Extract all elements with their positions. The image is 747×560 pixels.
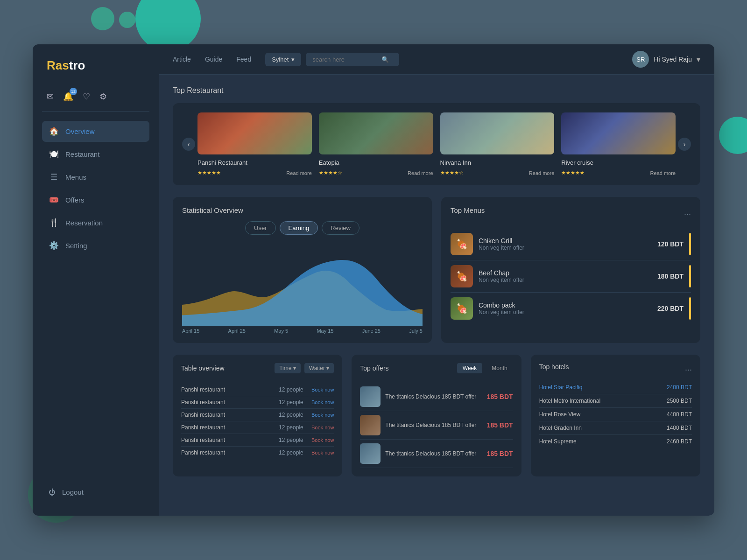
search-icon[interactable]: 🔍 <box>381 56 389 63</box>
sidebar-label-overview: Overview <box>65 127 95 135</box>
table-action-3[interactable]: Book now <box>311 425 334 430</box>
restaurant-card-0: Panshi Restaurant ★★★★★ Read more <box>197 112 312 176</box>
offer-price-0: 185 BDT <box>487 393 513 400</box>
sidebar-item-restaurant[interactable]: 🍽️ Restaurant <box>42 144 149 165</box>
search-area: Sylhet ▾ 🔍 <box>265 53 632 66</box>
app-container: Rastro ✉ 🔔 12 ♡ ⚙ 🏠 Overview🍽️ Restauran… <box>33 44 714 516</box>
offer-img-0 <box>360 386 381 407</box>
notification-badge: 12 <box>70 88 77 95</box>
settings-icon[interactable]: ⚙ <box>99 91 107 102</box>
sidebar-item-reservation[interactable]: 🍴 Reservation <box>42 212 149 233</box>
offer-price-2: 185 BDT <box>487 450 513 457</box>
waiter-filter[interactable]: Waiter ▾ <box>304 363 334 373</box>
logo-white: tro <box>69 58 85 72</box>
sidebar-item-menus[interactable]: ☰ Menus <box>42 167 149 188</box>
table-action-4[interactable]: Book now <box>311 437 334 443</box>
table-people-5: 12 people <box>279 449 311 456</box>
hotel-price-4: 2460 BDT <box>667 438 692 445</box>
chart-area-blue <box>182 260 423 326</box>
table-people-4: 12 people <box>279 437 311 443</box>
top-hotels-title: Top hotels <box>539 363 569 371</box>
logout-button[interactable]: ⏻ Logout <box>42 483 149 502</box>
mail-icon[interactable]: ✉ <box>47 91 54 102</box>
overview-icon: 🏠 <box>49 126 59 136</box>
table-action-0[interactable]: Book now <box>311 387 334 392</box>
offer-price-1: 185 BDT <box>487 421 513 429</box>
notification-icon[interactable]: 🔔 12 <box>63 91 73 102</box>
more-menus-icon[interactable]: ··· <box>684 209 691 219</box>
offer-item-2: The titanics Delacious 185 BDT offer 185… <box>360 440 513 468</box>
offer-text-1: The titanics Delacious 185 BDT offer <box>385 422 482 428</box>
chart-container <box>182 242 423 326</box>
hotel-price-0: 2400 BDT <box>667 384 692 391</box>
menu-price-2: 220 BDT <box>657 305 684 312</box>
chart-svg <box>182 242 423 326</box>
bg-decoration-2 <box>91 7 114 30</box>
card-footer-0: ★★★★★ Read more <box>197 170 312 176</box>
search-input[interactable] <box>312 56 378 63</box>
sidebar-item-setting[interactable]: ⚙️ Setting <box>42 235 149 256</box>
nav-guide[interactable]: Guide <box>205 53 222 65</box>
hotel-name-1: Hotel Metro International <box>539 398 600 404</box>
read-more-btn-2[interactable]: Read more <box>529 170 554 176</box>
logout-icon: ⏻ <box>49 488 56 496</box>
card-name-0: Panshi Restaurant <box>197 159 312 166</box>
carousel-next-button[interactable]: › <box>678 138 691 151</box>
nav-article[interactable]: Article <box>173 53 191 65</box>
restaurant-card-1: Eatopia ★★★★☆ Read more <box>319 112 433 176</box>
menu-info-0: Chiken Grill Non veg item offer <box>479 237 652 251</box>
offer-text-0: The titanics Delacious 185 BDT offer <box>385 393 482 400</box>
chart-tabs: User Earning Review <box>182 221 423 235</box>
table-restaurant-4: Panshi restaurant <box>181 437 279 443</box>
nav-items: 🏠 Overview🍽️ Restaurant☰ Menus🎟️ Offers🍴… <box>42 121 149 258</box>
user-area[interactable]: SR Hi Syed Raju ▾ <box>632 51 700 68</box>
tab-review[interactable]: Review <box>322 221 359 235</box>
card-image-3 <box>561 112 676 154</box>
sidebar-item-overview[interactable]: 🏠 Overview <box>42 121 149 142</box>
header-nav: Article Guide Feed <box>173 53 251 65</box>
sidebar-label-offers: Offers <box>65 196 85 204</box>
chart-labels: April 15 April 25 May 5 May 15 June 25 J… <box>182 328 423 334</box>
menu-bar-1 <box>689 265 691 287</box>
heart-icon[interactable]: ♡ <box>83 91 90 102</box>
nav-feed[interactable]: Feed <box>236 53 251 65</box>
table-action-2[interactable]: Book now <box>311 412 334 418</box>
location-select[interactable]: Sylhet ▾ <box>265 53 301 66</box>
table-people-2: 12 people <box>279 412 311 418</box>
tab-month[interactable]: Month <box>486 363 513 373</box>
tab-user[interactable]: User <box>245 221 275 235</box>
restaurant-card-2: Nirvana Inn ★★★★☆ Read more <box>440 112 555 176</box>
user-chevron: ▾ <box>697 55 700 64</box>
top-offers-title: Top offers <box>360 364 388 372</box>
table-action-5[interactable]: Book now <box>311 450 334 455</box>
read-more-btn-0[interactable]: Read more <box>286 170 311 176</box>
logout-label: Logout <box>62 488 84 496</box>
table-row-0: Panshi restaurant 12 people Book now <box>181 384 334 396</box>
read-more-btn-3[interactable]: Read more <box>650 170 676 176</box>
hotel-item-1: Hotel Metro International 2500 BDT <box>539 394 692 408</box>
time-filter[interactable]: Time ▾ <box>275 363 301 373</box>
table-action-1[interactable]: Book now <box>311 399 334 405</box>
menus-icon: ☰ <box>49 172 59 182</box>
sidebar-item-offers[interactable]: 🎟️ Offers <box>42 189 149 210</box>
read-more-btn-1[interactable]: Read more <box>408 170 433 176</box>
carousel-prev-button[interactable]: ‹ <box>182 138 195 151</box>
tab-earning[interactable]: Earning <box>280 221 318 235</box>
hotel-name-0: Hotel Star Pacifiq <box>539 384 583 391</box>
top-hotels-card: Top hotels ··· Hotel Star Pacifiq 2400 B… <box>531 355 700 476</box>
card-stars-1: ★★★★☆ <box>319 170 342 176</box>
reservation-icon: 🍴 <box>49 218 59 228</box>
card-stars-2: ★★★★☆ <box>440 170 464 176</box>
menu-bar-0 <box>689 233 691 255</box>
more-hotels-icon[interactable]: ··· <box>685 365 692 375</box>
label-may5: May 5 <box>274 328 288 334</box>
menu-item-0: 🍖 Chiken Grill Non veg item offer 120 BD… <box>451 228 691 260</box>
card-image-2 <box>440 112 555 154</box>
tab-week[interactable]: Week <box>457 363 482 373</box>
location-chevron: ▾ <box>291 56 295 63</box>
menu-info-1: Beef Chap Non veg item offer <box>479 269 652 283</box>
top-menus: Top Menus ··· 🍖 Chiken Grill Non veg ite… <box>441 197 700 343</box>
bg-decoration-3 <box>119 12 135 28</box>
avatar: SR <box>632 51 649 68</box>
card-footer-3: ★★★★★ Read more <box>561 170 676 176</box>
